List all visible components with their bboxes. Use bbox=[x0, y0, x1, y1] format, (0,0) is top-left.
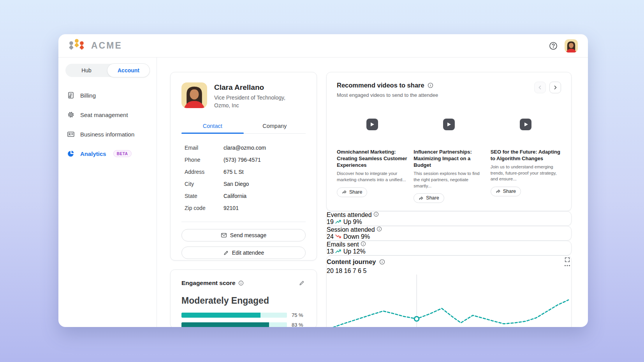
field-row-zip: Zip code 92101 bbox=[181, 202, 306, 214]
carousel-controls bbox=[534, 82, 561, 93]
stat-value: 24 bbox=[327, 233, 334, 240]
sidebar-item-label: Business information bbox=[80, 131, 134, 138]
field-row-phone: Phone (573) 796-4571 bbox=[181, 154, 306, 166]
events-attended-card: Events attended 19 bbox=[326, 211, 572, 226]
journey-line-series bbox=[327, 275, 571, 327]
share-label: Share bbox=[349, 189, 362, 195]
video-card-seo: SEO for the Future: Adapting to Algorith… bbox=[491, 105, 561, 203]
sidebar: Hub Account Billing bbox=[58, 58, 157, 327]
brand-name: ACME bbox=[91, 40, 122, 51]
field-row-city: City San Diego bbox=[181, 178, 306, 190]
field-label: City bbox=[185, 181, 223, 187]
pencil-icon bbox=[223, 250, 229, 256]
avatar-photo-icon bbox=[565, 39, 578, 52]
share-icon bbox=[496, 189, 501, 194]
tab-contact[interactable]: Contact bbox=[181, 119, 244, 133]
field-label: Phone bbox=[185, 157, 223, 163]
attendee-profile-card: Clara Arellano Vice President of Technol… bbox=[170, 72, 317, 261]
info-icon[interactable] bbox=[238, 280, 244, 286]
more-options-button[interactable] bbox=[563, 264, 571, 268]
tab-company[interactable]: Company bbox=[244, 119, 306, 133]
info-icon[interactable] bbox=[428, 82, 433, 88]
id-card-icon bbox=[67, 130, 75, 138]
share-button[interactable]: Share bbox=[491, 187, 521, 196]
hub-account-switch: Hub Account bbox=[65, 64, 150, 77]
video-thumbnail[interactable] bbox=[413, 105, 484, 144]
main-content: Clara Arellano Vice President of Technol… bbox=[157, 58, 588, 327]
send-message-button[interactable]: Send message bbox=[181, 229, 306, 241]
videos-title: Recommend videos to share bbox=[337, 82, 424, 89]
bar-fill bbox=[181, 313, 260, 318]
field-row-state: State California bbox=[181, 190, 306, 202]
content-journey-chart[interactable]: 20 18 16 7 6 5 bbox=[327, 268, 571, 327]
bar-percent: 75 % bbox=[292, 312, 306, 318]
carousel-next-button[interactable] bbox=[549, 82, 561, 93]
info-icon[interactable] bbox=[379, 259, 385, 265]
field-value: 675 L St bbox=[223, 169, 244, 175]
field-row-email: Email clara@ozmo.com bbox=[181, 142, 306, 154]
sidebar-item-seat-management[interactable]: Seat management bbox=[65, 105, 150, 124]
bar-track bbox=[181, 322, 287, 327]
sidebar-item-label: Analytics bbox=[80, 150, 106, 157]
engagement-bar: 75 % bbox=[181, 312, 306, 318]
share-label: Share bbox=[426, 195, 439, 201]
fullscreen-icon bbox=[564, 257, 570, 263]
video-thumbnail[interactable] bbox=[491, 105, 561, 144]
sidebar-item-business-information[interactable]: Business information bbox=[65, 124, 150, 144]
expand-chart-button[interactable] bbox=[563, 256, 571, 264]
user-avatar[interactable] bbox=[565, 39, 578, 52]
beta-badge: BETA bbox=[113, 150, 132, 157]
field-row-address: Address 675 L St bbox=[181, 166, 306, 178]
emails-sent-card: Emails sent 13 bbox=[326, 241, 572, 255]
tab-account[interactable]: Account bbox=[107, 64, 150, 77]
tab-hub[interactable]: Hub bbox=[65, 64, 107, 77]
acme-logo-icon bbox=[66, 38, 87, 54]
y-tick-label: 7 bbox=[353, 268, 356, 274]
field-label: State bbox=[185, 193, 223, 199]
share-button[interactable]: Share bbox=[413, 193, 444, 203]
page-background: ACME bbox=[0, 0, 644, 362]
info-icon[interactable] bbox=[373, 212, 379, 217]
bar-fill bbox=[181, 322, 269, 327]
stat-trend: Up 12% bbox=[343, 248, 366, 255]
question-circle-icon bbox=[549, 42, 558, 50]
invoice-icon bbox=[67, 91, 75, 99]
video-card-list: Omnichannel Marketing: Creating Seamless… bbox=[337, 105, 561, 203]
pie-chart-icon bbox=[67, 150, 75, 157]
profile-header: Clara Arellano Vice President of Technol… bbox=[181, 82, 306, 109]
bar-percent: 83 % bbox=[292, 322, 306, 327]
engagement-title: Engagement score bbox=[181, 280, 236, 287]
play-icon bbox=[366, 119, 378, 130]
trend-up-icon bbox=[335, 219, 341, 224]
gear-icon bbox=[67, 111, 75, 119]
share-label: Share bbox=[503, 189, 516, 194]
edit-engagement-button[interactable] bbox=[298, 279, 306, 287]
sidebar-item-billing[interactable]: Billing bbox=[65, 86, 150, 105]
sidebar-item-analytics[interactable]: Analytics BETA bbox=[65, 144, 150, 163]
stat-value: 19 bbox=[327, 219, 334, 225]
send-message-label: Send message bbox=[230, 232, 266, 238]
share-button[interactable]: Share bbox=[337, 187, 367, 197]
y-tick-label: 18 bbox=[335, 268, 342, 274]
field-label: Email bbox=[185, 145, 223, 151]
edit-attendee-button[interactable]: Edit attendee bbox=[181, 247, 306, 259]
info-icon[interactable] bbox=[377, 226, 382, 232]
video-card-influencer: Influencer Partnerships: Maximizing Impa… bbox=[413, 105, 484, 203]
help-button[interactable] bbox=[549, 42, 558, 50]
sidebar-nav: Billing Seat management bbox=[65, 86, 150, 163]
info-icon[interactable] bbox=[361, 241, 366, 247]
chevron-right-icon bbox=[553, 85, 558, 90]
left-column: Clara Arellano Vice President of Technol… bbox=[170, 72, 317, 327]
brand[interactable]: ACME bbox=[66, 38, 122, 54]
attendee-photo bbox=[181, 82, 207, 108]
video-thumbnail[interactable] bbox=[337, 105, 407, 144]
bar-track bbox=[181, 313, 287, 318]
journey-title: Content journey bbox=[327, 258, 376, 266]
divider bbox=[181, 222, 306, 222]
recommend-videos-card: Recommend videos to share Most engaged v… bbox=[326, 72, 572, 211]
edit-attendee-label: Edit attendee bbox=[232, 250, 264, 256]
chevron-left-icon bbox=[538, 85, 542, 90]
stats-row: Events attended 19 bbox=[326, 211, 572, 255]
carousel-prev-button[interactable] bbox=[534, 82, 546, 93]
field-label: Zip code bbox=[185, 205, 223, 211]
